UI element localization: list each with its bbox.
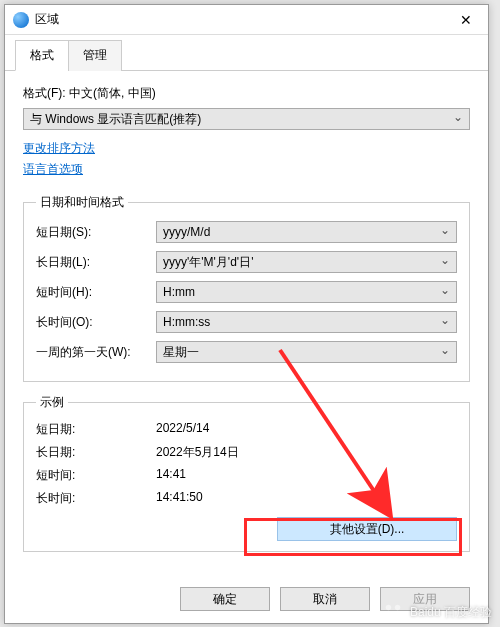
link-language-pref[interactable]: 语言首选项 [23, 161, 83, 178]
titlebar: 区域 ✕ [5, 5, 488, 35]
language-select-value: 与 Windows 显示语言匹配(推荐) [30, 111, 201, 128]
window-title: 区域 [35, 11, 446, 28]
datetime-legend: 日期和时间格式 [36, 194, 128, 211]
long-time-select[interactable]: H:mm:ss [156, 311, 457, 333]
tab-admin[interactable]: 管理 [68, 40, 122, 71]
format-label: 格式(F): 中文(简体, 中国) [23, 85, 470, 102]
example-group: 示例 短日期:2022/5/14 长日期:2022年5月14日 短时间:14:4… [23, 394, 470, 552]
tab-format[interactable]: 格式 [15, 40, 69, 71]
ex-long-date-label: 长日期: [36, 444, 156, 461]
ex-long-time-value: 14:41:50 [156, 490, 203, 507]
paw-icon [382, 601, 404, 623]
ex-short-date-label: 短日期: [36, 421, 156, 438]
tab-strip: 格式 管理 [5, 35, 488, 71]
short-time-label: 短时间(H): [36, 284, 156, 301]
language-select[interactable]: 与 Windows 显示语言匹配(推荐) [23, 108, 470, 130]
first-day-select[interactable]: 星期一 [156, 341, 457, 363]
close-button[interactable]: ✕ [446, 6, 486, 34]
datetime-format-group: 日期和时间格式 短日期(S): yyyy/M/d 长日期(L): yyyy'年'… [23, 194, 470, 382]
short-time-select[interactable]: H:mm [156, 281, 457, 303]
svg-point-3 [384, 612, 389, 617]
short-date-label: 短日期(S): [36, 224, 156, 241]
svg-point-5 [388, 613, 397, 620]
example-legend: 示例 [36, 394, 68, 411]
svg-point-1 [386, 605, 392, 611]
first-day-label: 一周的第一天(W): [36, 344, 156, 361]
long-date-select[interactable]: yyyy'年'M'月'd'日' [156, 251, 457, 273]
ex-short-time-value: 14:41 [156, 467, 186, 484]
ex-short-date-value: 2022/5/14 [156, 421, 209, 438]
ex-short-time-label: 短时间: [36, 467, 156, 484]
ok-button[interactable]: 确定 [180, 587, 270, 611]
svg-point-4 [397, 612, 402, 617]
additional-settings-button[interactable]: 其他设置(D)... [277, 517, 457, 541]
globe-icon [13, 12, 29, 28]
tab-content: 格式(F): 中文(简体, 中国) 与 Windows 显示语言匹配(推荐) 更… [5, 71, 488, 566]
ex-long-date-value: 2022年5月14日 [156, 444, 239, 461]
long-time-label: 长时间(O): [36, 314, 156, 331]
watermark: Baidu 百度经验 [382, 601, 492, 623]
link-sort-method[interactable]: 更改排序方法 [23, 140, 95, 157]
region-dialog: 区域 ✕ 格式 管理 格式(F): 中文(简体, 中国) 与 Windows 显… [4, 4, 489, 624]
short-date-select[interactable]: yyyy/M/d [156, 221, 457, 243]
long-date-label: 长日期(L): [36, 254, 156, 271]
watermark-text: Baidu 百度经验 [410, 604, 492, 621]
svg-point-2 [395, 605, 401, 611]
cancel-button[interactable]: 取消 [280, 587, 370, 611]
ex-long-time-label: 长时间: [36, 490, 156, 507]
